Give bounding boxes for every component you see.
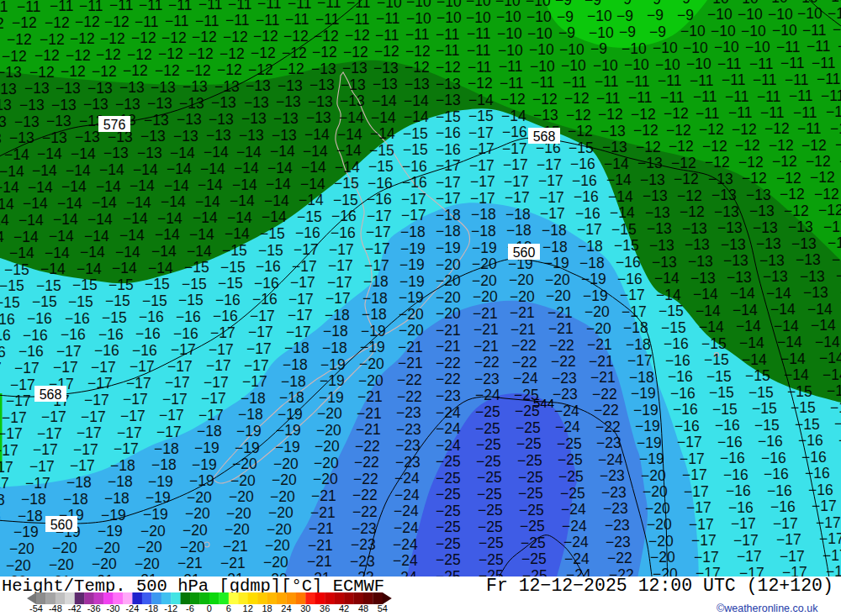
svg-text:−17: −17 (37, 425, 62, 442)
svg-text:−17: −17 (691, 532, 717, 549)
svg-text:−18: −18 (197, 423, 222, 440)
svg-text:−14: −14 (189, 226, 214, 243)
svg-text:−14: −14 (227, 209, 252, 226)
svg-text:−17: −17 (242, 373, 267, 390)
svg-text:−12: −12 (312, 44, 337, 61)
svg-text:−19: −19 (194, 440, 220, 456)
svg-text:−25: −25 (476, 453, 501, 470)
svg-text:−23: −23 (350, 553, 375, 570)
svg-text:−11: −11 (79, 0, 103, 14)
svg-text:−15: −15 (182, 276, 207, 292)
svg-text:−13: −13 (690, 270, 716, 287)
svg-text:−16: −16 (720, 450, 745, 466)
svg-text:−16: −16 (23, 327, 48, 344)
svg-text:−15: −15 (222, 242, 247, 259)
svg-text:−11: −11 (198, 0, 222, 13)
svg-text:−12: −12 (405, 43, 431, 60)
svg-text:−15: −15 (105, 292, 130, 309)
svg-text:-12: -12 (164, 603, 177, 613)
svg-text:−13: −13 (0, 130, 2, 147)
svg-text:−17: −17 (504, 173, 529, 190)
svg-text:−20: −20 (49, 556, 74, 573)
svg-text:-42: -42 (68, 603, 82, 613)
svg-text:−14: −14 (815, 334, 840, 350)
svg-text:−14: −14 (148, 260, 173, 276)
svg-text:−18: −18 (151, 456, 177, 473)
svg-text:−15: −15 (369, 142, 394, 159)
svg-text:−11: −11 (628, 89, 652, 106)
svg-text:−25: −25 (521, 550, 547, 567)
svg-text:−17: −17 (538, 172, 563, 189)
svg-text:−11: −11 (717, 55, 741, 72)
svg-text:−11: −11 (753, 71, 776, 88)
svg-text:−11: −11 (833, 21, 841, 38)
svg-text:−11: −11 (626, 73, 649, 90)
svg-text:-36: -36 (87, 603, 101, 613)
svg-text:−9: −9 (647, 7, 664, 24)
svg-text:−11: −11 (317, 0, 341, 11)
svg-text:−25: −25 (520, 518, 545, 534)
svg-text:−12: −12 (104, 13, 130, 30)
svg-text:−14: −14 (304, 126, 330, 143)
svg-text:−10: −10 (828, 5, 841, 22)
svg-text:−19: −19 (143, 506, 168, 523)
svg-text:−15: −15 (36, 277, 61, 294)
svg-text:−16: −16 (723, 466, 748, 483)
svg-text:24: 24 (281, 603, 291, 613)
svg-text:−17: −17 (250, 308, 275, 324)
svg-text:−13: −13 (649, 237, 674, 254)
svg-text:−12: −12 (699, 121, 724, 138)
svg-text:−21: −21 (398, 339, 423, 355)
svg-text:−13: −13 (273, 110, 299, 127)
svg-text:−20: −20 (315, 438, 340, 455)
svg-text:−13: −13 (182, 78, 208, 95)
svg-text:−25: −25 (519, 502, 544, 519)
svg-text:−20: −20 (313, 471, 338, 487)
svg-text:−17: −17 (540, 205, 565, 222)
svg-text:−22: −22 (594, 402, 619, 419)
svg-text:−17: −17 (294, 241, 319, 258)
svg-text:−11: −11 (500, 75, 523, 92)
svg-text:−19: −19 (472, 240, 497, 256)
svg-text:−24: −24 (475, 387, 500, 403)
svg-text:−18: −18 (362, 290, 388, 307)
svg-text:560: 560 (513, 245, 536, 260)
svg-text:−14: −14 (133, 161, 158, 178)
svg-text:−14: −14 (32, 162, 57, 179)
svg-text:−20: −20 (586, 320, 611, 337)
svg-text:−22: −22 (355, 438, 380, 455)
svg-text:−9: −9 (615, 0, 632, 8)
svg-text:−25: −25 (476, 436, 501, 453)
svg-text:−14: −14 (693, 286, 718, 303)
svg-text:−17: −17 (91, 359, 116, 376)
svg-text:−10: −10 (530, 58, 555, 75)
svg-text:−11: −11 (165, 13, 188, 29)
svg-text:−14: −14 (827, 382, 841, 399)
svg-text:−11: −11 (812, 55, 835, 71)
svg-text:−17: −17 (401, 207, 426, 224)
svg-text:−13: −13 (137, 145, 162, 161)
svg-text:−12: −12 (732, 121, 757, 138)
svg-text:−14: −14 (66, 162, 91, 179)
svg-text:−17: −17 (246, 340, 272, 357)
svg-text:−10: −10 (621, 40, 647, 57)
svg-text:−17: −17 (167, 358, 193, 375)
svg-text:−14: −14 (99, 161, 124, 178)
svg-text:−13: −13 (311, 61, 336, 77)
svg-text:−20: −20 (52, 540, 77, 556)
svg-text:−9: −9 (616, 8, 633, 24)
svg-text:−14: −14 (53, 211, 78, 228)
svg-text:−20: −20 (359, 355, 384, 372)
svg-text:−14: −14 (115, 244, 140, 261)
svg-text:−18: −18 (436, 223, 461, 240)
svg-text:−17: −17 (120, 408, 145, 424)
svg-text:−11: −11 (595, 73, 618, 90)
svg-text:−16: −16 (575, 205, 600, 222)
svg-text:−12: −12 (374, 43, 399, 60)
svg-text:−14: −14 (262, 208, 287, 225)
svg-text:−19: −19 (192, 456, 217, 473)
svg-text:−16: −16 (616, 254, 641, 271)
svg-text:−12: −12 (674, 171, 699, 187)
svg-text:−25: −25 (516, 419, 541, 436)
svg-text:©weatheronline.co.uk: ©weatheronline.co.uk (717, 603, 818, 614)
